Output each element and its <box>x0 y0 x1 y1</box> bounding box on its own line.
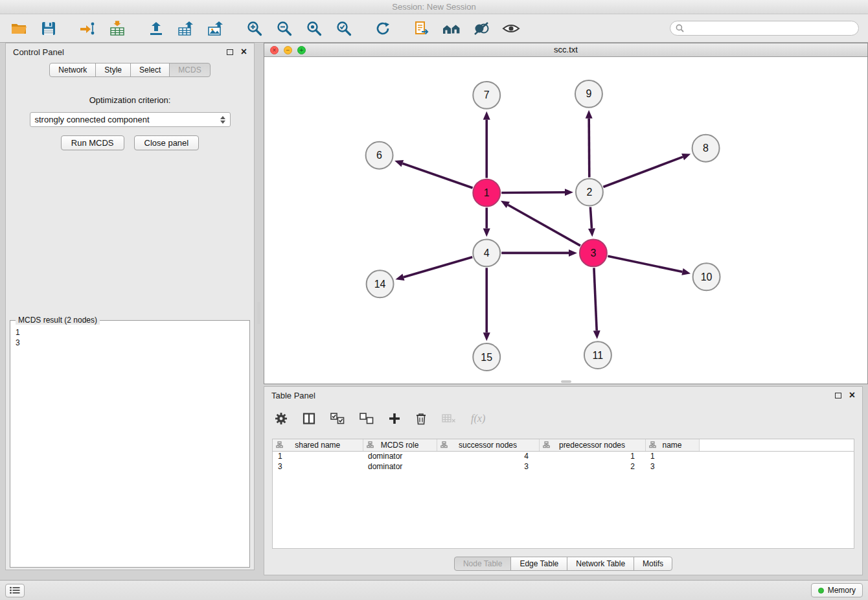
node-10[interactable]: 10 <box>693 263 720 290</box>
show-graphics-details-button[interactable] <box>501 19 521 38</box>
criterion-dropdown[interactable]: strongly connected component <box>30 112 231 127</box>
node-label: 9 <box>586 88 591 99</box>
tab-select[interactable]: Select <box>130 63 170 77</box>
tab-edge-table[interactable]: Edge Table <box>510 557 567 571</box>
table-row[interactable]: 1 dominator 4 1 1 <box>273 451 854 461</box>
table-panel-tabs: Node Table Edge Table Network Table Moti… <box>264 557 862 571</box>
run-mcds-button[interactable]: Run MCDS <box>61 135 124 150</box>
node-15[interactable]: 15 <box>473 343 500 371</box>
edge-3-11[interactable] <box>594 268 597 330</box>
node-4[interactable]: 4 <box>473 239 500 266</box>
node-6[interactable]: 6 <box>366 142 393 169</box>
table-cell[interactable]: 1 <box>539 451 645 461</box>
window-titlebar[interactable]: Session: New Session <box>0 0 868 14</box>
export-table-button[interactable] <box>176 19 196 38</box>
edge-3-10[interactable] <box>608 256 682 271</box>
sort-icon <box>543 441 550 450</box>
edge-1-6[interactable] <box>402 163 472 188</box>
panel-divider-grip[interactable] <box>257 302 260 324</box>
network-canvas[interactable]: 7968124314101511 <box>264 57 867 384</box>
node-11[interactable]: 11 <box>584 341 611 369</box>
import-table-button[interactable] <box>108 19 127 38</box>
edge-2-8[interactable] <box>603 157 683 187</box>
edge-1-2[interactable] <box>501 192 565 193</box>
create-column-button[interactable] <box>389 413 400 424</box>
tab-node-table[interactable]: Node Table <box>454 557 512 571</box>
table-row[interactable]: 3 dominator 3 2 3 <box>273 461 854 472</box>
edge-2-9[interactable] <box>589 119 589 178</box>
edge-4-14[interactable] <box>404 257 472 277</box>
minimize-window-icon[interactable]: − <box>284 46 292 54</box>
close-panel-icon[interactable]: × <box>241 47 247 57</box>
unselect-all-columns-button[interactable] <box>360 413 374 424</box>
column-header-shared-name[interactable]: shared name <box>273 439 363 451</box>
memory-status-dot <box>818 588 824 594</box>
open-file-button[interactable] <box>9 19 29 38</box>
maximize-window-icon[interactable]: + <box>297 46 306 54</box>
zoom-out-button[interactable] <box>275 19 294 38</box>
mcds-result-node: 1 <box>16 327 244 338</box>
search-field[interactable] <box>670 21 859 36</box>
float-table-panel-icon[interactable] <box>835 393 841 398</box>
tab-motifs[interactable]: Motifs <box>634 557 672 571</box>
table-settings-button[interactable] <box>275 412 288 425</box>
table-cell[interactable]: 3 <box>273 461 363 472</box>
hide-selected-button[interactable] <box>472 19 491 38</box>
table-cell[interactable]: dominator <box>363 461 437 472</box>
memory-button[interactable]: Memory <box>811 583 863 597</box>
node-1[interactable]: 1 <box>473 179 500 207</box>
delete-column-button[interactable] <box>415 412 427 425</box>
column-header-predecessor-nodes[interactable]: predecessor nodes <box>539 439 645 451</box>
tab-style[interactable]: Style <box>95 63 131 77</box>
table-cell[interactable]: 1 <box>645 451 699 461</box>
export-network-button[interactable] <box>146 19 166 38</box>
edge-2-3[interactable] <box>590 207 591 228</box>
show-column-button[interactable] <box>303 412 315 425</box>
task-history-button[interactable] <box>5 584 25 597</box>
tab-network-table[interactable]: Network Table <box>567 557 634 571</box>
edge-3-1[interactable] <box>508 205 580 246</box>
zoom-fit-button[interactable] <box>304 19 324 38</box>
table-cell[interactable]: 4 <box>437 451 539 461</box>
first-neighbors-button[interactable] <box>442 19 461 38</box>
import-table-icon <box>109 20 126 37</box>
new-network-from-selection-button[interactable] <box>412 19 431 38</box>
tab-network[interactable]: Network <box>49 63 96 77</box>
table-panel-header: Table Panel × <box>264 387 862 404</box>
table-cell[interactable]: 1 <box>273 451 363 461</box>
column-header-mcds-role[interactable]: MCDS role <box>363 439 437 451</box>
zoom-selected-button[interactable] <box>334 19 354 38</box>
eye-icon <box>502 20 520 37</box>
control-panel-header: Control Panel × <box>6 43 254 60</box>
node-9[interactable]: 9 <box>575 80 602 108</box>
float-panel-icon[interactable] <box>227 49 233 55</box>
table-cell[interactable]: dominator <box>363 451 437 461</box>
mcds-result-box: MCDS result (2 nodes) 1 3 <box>10 320 250 568</box>
select-all-columns-button[interactable] <box>330 413 345 424</box>
apply-layout-button[interactable] <box>373 19 393 38</box>
column-header-successor-nodes[interactable]: successor nodes <box>437 439 539 451</box>
network-graph[interactable]: 7968124314101511 <box>264 57 867 384</box>
node-2[interactable]: 2 <box>576 179 603 206</box>
node-14[interactable]: 14 <box>367 270 394 297</box>
node-8[interactable]: 8 <box>692 135 720 162</box>
tab-mcds[interactable]: MCDS <box>169 63 210 77</box>
canvas-splitter-grip[interactable] <box>561 380 571 383</box>
node-7[interactable]: 7 <box>473 82 500 109</box>
export-image-button[interactable] <box>206 19 225 38</box>
close-table-panel-icon[interactable]: × <box>849 390 855 400</box>
table-cell[interactable]: 3 <box>437 461 539 472</box>
table-cell[interactable]: 3 <box>645 461 699 472</box>
close-window-icon[interactable]: × <box>270 46 279 54</box>
mcds-result-node: 3 <box>16 338 244 348</box>
import-network-button[interactable] <box>78 19 97 38</box>
save-session-button[interactable] <box>39 19 58 38</box>
column-header-name[interactable]: name <box>645 439 699 451</box>
node-3[interactable]: 3 <box>580 239 607 266</box>
zoom-in-button[interactable] <box>245 19 264 38</box>
network-window-titlebar[interactable]: × − + scc.txt <box>264 43 867 57</box>
close-panel-button[interactable]: Close panel <box>134 135 200 150</box>
table-cell[interactable]: 2 <box>539 461 645 472</box>
zoom-selected-icon <box>336 20 352 37</box>
search-input[interactable] <box>687 24 853 33</box>
